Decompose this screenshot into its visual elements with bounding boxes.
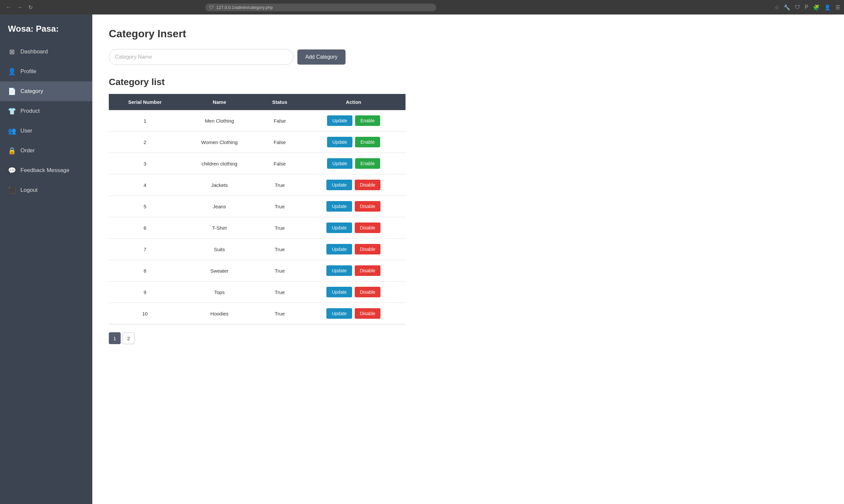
action-buttons: UpdateDisable [308, 244, 399, 254]
page-button-1[interactable]: 1 [109, 332, 121, 344]
cell-serial: 9 [109, 282, 181, 303]
action-buttons: UpdateEnable [308, 158, 399, 169]
sidebar-label-profile: Profile [20, 68, 36, 75]
sidebar-item-user[interactable]: 👥 User [0, 121, 92, 141]
update-button[interactable]: Update [326, 308, 352, 319]
sidebar-label-user: User [20, 128, 32, 134]
cell-status: True [258, 217, 302, 239]
cell-name: Men Clothing [181, 110, 258, 131]
cell-status: False [258, 153, 302, 174]
dashboard-icon: ⊞ [8, 48, 16, 56]
menu-icon[interactable]: ☰ [836, 4, 840, 11]
profile-icon: 👤 [8, 68, 16, 75]
sidebar-label-order: Order [20, 147, 35, 154]
update-button[interactable]: Update [326, 287, 352, 297]
cell-action: UpdateEnable [302, 153, 406, 174]
sidebar-item-product[interactable]: 👕 Product [0, 101, 92, 121]
sidebar-item-logout[interactable]: ⬛ Logout [0, 180, 92, 200]
order-icon: 🔒 [8, 147, 16, 155]
update-button[interactable]: Update [326, 201, 352, 212]
pagination: 12 [109, 332, 827, 344]
sidebar-item-category[interactable]: 📄 Category [0, 82, 92, 101]
addon-icon[interactable]: 🧩 [813, 4, 820, 11]
cell-status: True [258, 239, 302, 260]
disable-button[interactable]: Disable [355, 265, 381, 276]
cell-serial: 6 [109, 217, 181, 239]
page-title: Category Insert [109, 28, 827, 40]
cell-status: True [258, 196, 302, 217]
logout-icon: ⬛ [8, 186, 16, 194]
add-category-button[interactable]: Add Category [298, 50, 345, 65]
table-header: Action [302, 94, 406, 110]
sidebar-label-product: Product [20, 108, 40, 114]
cell-action: UpdateDisable [302, 196, 406, 217]
cell-serial: 4 [109, 174, 181, 196]
update-button[interactable]: Update [326, 244, 352, 254]
sidebar-item-order[interactable]: 🔒 Order [0, 141, 92, 161]
update-button[interactable]: Update [327, 137, 353, 147]
action-buttons: UpdateDisable [308, 180, 399, 190]
enable-button[interactable]: Enable [355, 137, 380, 147]
category-list-title: Category list [109, 77, 827, 87]
table-row: 1Men ClothingFalseUpdateEnable [109, 110, 406, 131]
update-button[interactable]: Update [327, 158, 353, 169]
category-name-input[interactable] [109, 49, 293, 65]
refresh-button[interactable]: ↻ [26, 4, 35, 11]
cell-serial: 10 [109, 303, 181, 324]
update-button[interactable]: Update [327, 115, 353, 126]
cell-name: Sweater [181, 260, 258, 282]
disable-button[interactable]: Disable [355, 308, 381, 319]
enable-button[interactable]: Enable [355, 158, 380, 169]
browser-toolbar-icons: ☆ 🔧 🛡 P 🧩 👤 ☰ [774, 4, 840, 11]
update-button[interactable]: Update [326, 222, 352, 233]
app-container: Wosa: Pasa: ⊞ Dashboard👤 Profile📄 Catego… [0, 15, 844, 504]
sidebar-label-logout: Logout [20, 187, 38, 194]
shield-icon: 🛡 [209, 5, 214, 10]
disable-button[interactable]: Disable [355, 244, 381, 254]
enable-button[interactable]: Enable [355, 115, 380, 126]
sidebar-nav: ⊞ Dashboard👤 Profile📄 Category👕 Product👥… [0, 42, 92, 200]
back-button[interactable]: ← [4, 4, 13, 11]
page-button-2[interactable]: 2 [123, 332, 134, 344]
cell-name: Jeans [181, 196, 258, 217]
cell-serial: 5 [109, 196, 181, 217]
disable-button[interactable]: Disable [355, 201, 381, 212]
wrench-icon[interactable]: 🔧 [784, 4, 790, 11]
browser-chrome: ← → ↻ 🛡 127.0.0.1/admin/category.php ☆ 🔧… [0, 0, 844, 15]
category-table: Serial NumberNameStatusAction 1Men Cloth… [109, 94, 406, 324]
cell-status: True [258, 282, 302, 303]
action-buttons: UpdateDisable [308, 222, 399, 233]
sidebar-label-feedback: Feedback Message [20, 167, 69, 174]
cell-serial: 8 [109, 260, 181, 282]
sidebar-item-profile[interactable]: 👤 Profile [0, 61, 92, 82]
disable-button[interactable]: Disable [355, 180, 381, 190]
action-buttons: UpdateEnable [308, 137, 399, 147]
forward-button[interactable]: → [15, 4, 24, 11]
update-button[interactable]: Update [326, 265, 352, 276]
avatar-icon[interactable]: 👤 [824, 4, 831, 11]
cell-serial: 2 [109, 131, 181, 153]
star-icon[interactable]: ☆ [774, 4, 779, 11]
user-icon: 👥 [8, 127, 16, 135]
cell-name: Jackets [181, 174, 258, 196]
update-button[interactable]: Update [326, 180, 352, 190]
disable-button[interactable]: Disable [355, 287, 381, 297]
profile-icon[interactable]: P [805, 4, 808, 10]
cell-action: UpdateDisable [302, 174, 406, 196]
sidebar-label-category: Category [20, 88, 43, 95]
shield-icon-2[interactable]: 🛡 [795, 4, 800, 10]
cell-serial: 7 [109, 239, 181, 260]
table-row: 6T-ShirtTrueUpdateDisable [109, 217, 406, 239]
disable-button[interactable]: Disable [355, 222, 381, 233]
cell-status: True [258, 260, 302, 282]
action-buttons: UpdateDisable [308, 265, 399, 276]
address-bar[interactable]: 🛡 127.0.0.1/admin/category.php [205, 4, 436, 11]
nav-buttons: ← → ↻ [4, 4, 35, 11]
cell-name: T-Shirt [181, 217, 258, 239]
cell-status: False [258, 110, 302, 131]
sidebar-item-feedback[interactable]: 💬 Feedback Message [0, 161, 92, 180]
sidebar-item-dashboard[interactable]: ⊞ Dashboard [0, 42, 92, 61]
table-header: Status [258, 94, 302, 110]
action-buttons: UpdateDisable [308, 287, 399, 297]
cell-serial: 1 [109, 110, 181, 131]
